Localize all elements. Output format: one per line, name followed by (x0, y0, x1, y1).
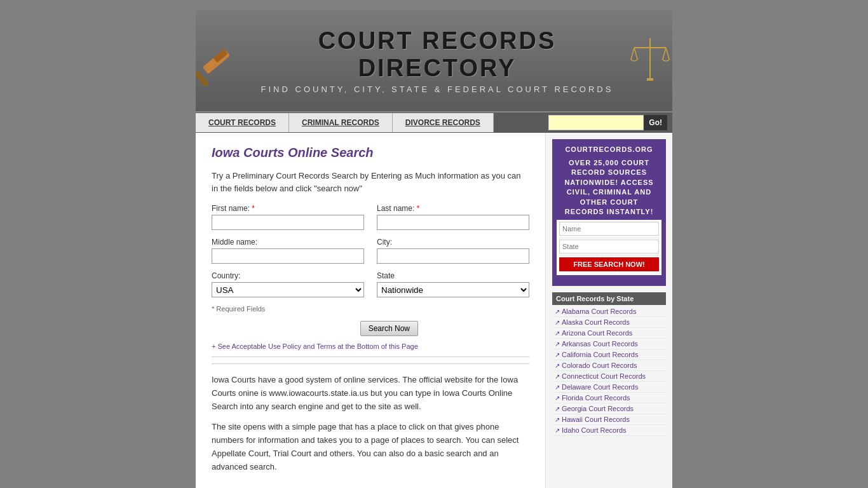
svg-line-6 (631, 48, 634, 59)
state-link-item: ↗Alabama Court Records (552, 306, 666, 317)
search-input[interactable] (548, 115, 644, 130)
ad-name-input[interactable] (559, 222, 659, 236)
intro-text: Try a Preliminary Court Records Search b… (212, 170, 529, 194)
go-button[interactable]: Go! (644, 115, 667, 130)
body-para-2: The site opens with a simple page that h… (212, 421, 529, 473)
ad-inner: COURTRECORDS.ORG OVER 25,000 COURT RECOR… (555, 142, 663, 276)
state-link-item: ↗Georgia Court Records (552, 403, 666, 414)
state-link-item: ↗Arkansas Court Records (552, 339, 666, 349)
first-name-input[interactable] (212, 215, 364, 230)
nav-court-records[interactable]: COURT RECORDS (196, 113, 289, 132)
external-link-icon: ↗ (555, 373, 560, 380)
state-link-item: ↗Connecticut Court Records (552, 371, 666, 382)
ad-dotted1 (559, 238, 659, 238)
state-group: State Nationwide (377, 271, 529, 297)
country-state-row: Country: USA State Nationwide (212, 271, 529, 297)
state-link-item: ↗Arizona Court Records (552, 328, 666, 339)
external-link-icon: ↗ (555, 308, 560, 315)
svg-line-7 (666, 48, 669, 59)
page-wrapper: COURT RECORDS DIRECTORY FIND COUNTY, CIT… (196, 10, 672, 488)
last-name-group: Last name: * (377, 204, 529, 230)
middle-name-group: Middle name: (212, 238, 364, 264)
state-court-link[interactable]: Georgia Court Records (562, 405, 634, 412)
city-label: City: (377, 238, 529, 247)
state-link-item: ↗Hawaii Court Records (552, 414, 666, 425)
state-label: State (377, 271, 529, 280)
outer-wrapper: COURT RECORDS DIRECTORY FIND COUNTY, CIT… (95, 0, 773, 488)
city-group: City: (377, 238, 529, 264)
svg-rect-9 (647, 78, 653, 81)
external-link-icon: ↗ (555, 351, 560, 358)
external-link-icon: ↗ (555, 405, 560, 412)
state-court-link[interactable]: Alaska Court Records (562, 318, 630, 326)
state-links-list: ↗Alabama Court Records↗Alaska Court Reco… (552, 306, 666, 436)
state-link-item: ↗Idaho Court Records (552, 425, 666, 436)
court-records-by-state-header: Court Records by State (552, 292, 666, 305)
first-name-label: First name: * (212, 204, 364, 213)
state-select[interactable]: Nationwide (377, 282, 529, 297)
state-link-item: ↗Florida Court Records (552, 393, 666, 403)
ad-header: COURTRECORDS.ORG (557, 144, 661, 155)
city-input[interactable] (377, 248, 529, 264)
body-text: Iowa Courts have a good system of online… (212, 374, 529, 474)
nav-links: COURT RECORDS CRIMINAL RECORDS DIVORCE R… (196, 113, 543, 132)
country-group: Country: USA (212, 271, 364, 297)
site-header: COURT RECORDS DIRECTORY FIND COUNTY, CIT… (196, 10, 672, 111)
divider2 (212, 363, 529, 364)
external-link-icon: ↗ (555, 395, 560, 402)
site-title: COURT RECORDS DIRECTORY (247, 27, 628, 82)
state-court-link[interactable]: Hawaii Court Records (562, 416, 630, 423)
external-link-icon: ↗ (555, 362, 560, 369)
first-name-required: * (252, 204, 255, 213)
site-subtitle: FIND COUNTY, CITY, STATE & FEDERAL COURT… (247, 85, 628, 94)
ad-content: OVER 25,000 COURT RECORD SOURCES NATIONW… (557, 155, 661, 220)
ad-box: COURTRECORDS.ORG OVER 25,000 COURT RECOR… (552, 139, 666, 286)
external-link-icon: ↗ (555, 384, 560, 391)
nav-divorce-records[interactable]: DIVORCE RECORDS (393, 113, 494, 132)
page-title: Iowa Courts Online Search (212, 146, 529, 160)
nav-bar: COURT RECORDS CRIMINAL RECORDS DIVORCE R… (196, 111, 672, 133)
last-name-input[interactable] (377, 215, 529, 230)
ad-state-input[interactable] (559, 240, 659, 254)
body-para-1: Iowa Courts have a good system of online… (212, 374, 529, 413)
sidebar: COURTRECORDS.ORG OVER 25,000 COURT RECOR… (545, 133, 672, 488)
state-court-link[interactable]: Colorado Court Records (562, 362, 637, 369)
state-court-link[interactable]: Connecticut Court Records (562, 372, 646, 380)
middle-city-row: Middle name: City: (212, 238, 529, 264)
acceptable-use-link[interactable]: + See Acceptable Use Policy and Terms at… (212, 342, 529, 350)
middle-name-input[interactable] (212, 248, 364, 264)
state-link-item: ↗Delaware Court Records (552, 382, 666, 393)
middle-name-label: Middle name: (212, 238, 364, 247)
external-link-icon: ↗ (555, 341, 560, 348)
divider (212, 356, 529, 357)
last-name-label: Last name: * (377, 204, 529, 213)
gavel-icon (196, 35, 247, 86)
required-note: * Required Fields (212, 305, 265, 313)
state-court-link[interactable]: Arizona Court Records (562, 329, 632, 337)
name-row: First name: * Last name: * (212, 204, 529, 230)
country-select[interactable]: USA (212, 282, 364, 297)
ad-dotted2 (559, 255, 659, 255)
free-search-button[interactable]: FREE SEARCH NOW! (559, 257, 659, 271)
external-link-icon: ↗ (555, 416, 560, 423)
state-court-link[interactable]: Alabama Court Records (562, 308, 636, 315)
search-button-row: Search Now (212, 321, 529, 336)
state-court-link[interactable]: Delaware Court Records (562, 383, 638, 391)
state-court-link[interactable]: California Court Records (562, 351, 638, 358)
state-link-item: ↗Alaska Court Records (552, 317, 666, 328)
content-area: Iowa Courts Online Search Try a Prelimin… (196, 133, 545, 488)
last-name-required: * (417, 204, 420, 213)
state-link-item: ↗Colorado Court Records (552, 360, 666, 371)
title-container: COURT RECORDS DIRECTORY FIND COUNTY, CIT… (247, 27, 628, 94)
nav-criminal-records[interactable]: CRIMINAL RECORDS (289, 113, 393, 132)
scales-icon (628, 35, 672, 86)
state-court-link[interactable]: Arkansas Court Records (562, 340, 638, 348)
required-search-row: * Required Fields (212, 305, 529, 316)
svg-line-5 (634, 48, 637, 59)
search-now-button[interactable]: Search Now (360, 321, 418, 336)
svg-line-8 (663, 48, 666, 59)
state-court-link[interactable]: Florida Court Records (562, 394, 630, 402)
state-link-item: ↗California Court Records (552, 349, 666, 360)
country-label: Country: (212, 271, 364, 280)
state-court-link[interactable]: Idaho Court Records (562, 426, 627, 434)
